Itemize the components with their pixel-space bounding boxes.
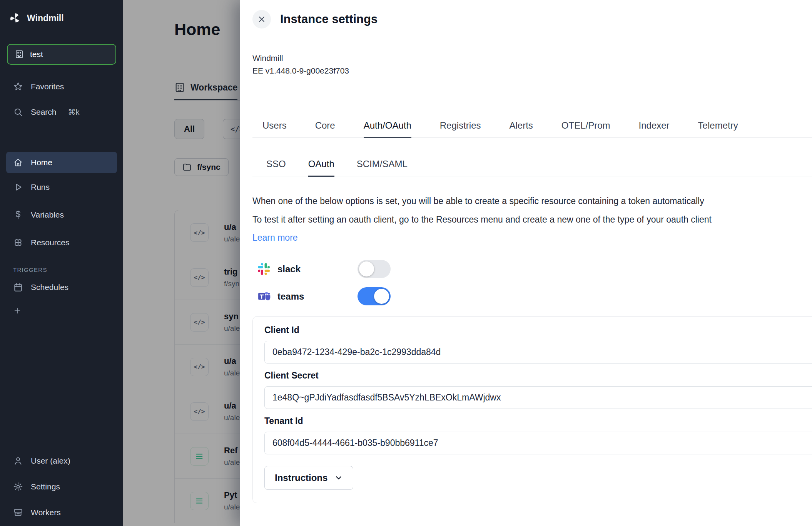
star-icon xyxy=(13,82,23,92)
sidebar-quick-group: Favorites Search ⌘k xyxy=(0,74,123,125)
add-trigger-button[interactable] xyxy=(0,300,123,322)
tab-indexer[interactable]: Indexer xyxy=(639,120,670,138)
windmill-logo-icon xyxy=(9,12,21,24)
tab-core[interactable]: Core xyxy=(315,120,335,138)
sidebar-item-label: Schedules xyxy=(31,283,69,292)
sidebar-item-resources[interactable]: Resources xyxy=(0,229,123,256)
subtab-oauth[interactable]: OAuth xyxy=(308,159,334,177)
sidebar-item-label: Settings xyxy=(31,482,60,491)
triggers-section-heading: TRIGGERS xyxy=(13,266,123,273)
sidebar-item-favorites[interactable]: Favorites xyxy=(0,74,123,99)
auth-subtabbar: SSO OAuth SCIM/SAML xyxy=(252,159,812,176)
version-string: EE v1.448.0-9-g00e23f703 xyxy=(252,64,812,77)
sidebar-item-label: Favorites xyxy=(31,82,64,91)
plus-icon xyxy=(13,307,22,315)
slack-icon xyxy=(257,263,271,276)
sidebar-item-label: Home xyxy=(31,158,52,167)
sidebar-nav-group: Home Runs Variables Resources xyxy=(0,152,123,256)
search-shortcut: ⌘k xyxy=(68,107,80,117)
tab-alerts[interactable]: Alerts xyxy=(509,120,533,138)
subtab-sso[interactable]: SSO xyxy=(266,159,286,177)
teams-toggle[interactable] xyxy=(358,287,391,305)
play-icon xyxy=(13,182,23,192)
tab-registries[interactable]: Registries xyxy=(440,120,481,138)
settings-tabbar: Users Core Auth/OAuth Registries Alerts … xyxy=(252,120,812,138)
drawer-header: Instance settings xyxy=(252,10,812,28)
product-name: Windmill xyxy=(252,52,812,64)
oauth-providers: slack teams xyxy=(252,260,812,305)
subtab-scim-saml[interactable]: SCIM/SAML xyxy=(357,159,408,177)
client-id-label: Client Id xyxy=(264,325,812,335)
workers-icon xyxy=(13,508,23,518)
sidebar-item-variables[interactable]: Variables xyxy=(0,201,123,229)
app-window: Windmill test Favorites Search ⌘k xyxy=(0,0,812,526)
sidebar-item-label: User (alex) xyxy=(31,456,70,466)
drawer-title: Instance settings xyxy=(280,12,378,26)
sidebar-item-home[interactable]: Home xyxy=(6,152,117,173)
gear-icon xyxy=(13,482,23,492)
teams-icon xyxy=(257,290,271,303)
oauth-description: When one of the below options is set, yo… xyxy=(252,192,812,229)
toggle-knob xyxy=(374,289,389,304)
brand: Windmill xyxy=(0,0,123,33)
sidebar-item-search[interactable]: Search ⌘k xyxy=(0,99,123,125)
provider-row-slack: slack xyxy=(257,260,812,278)
instructions-label: Instructions xyxy=(275,472,327,483)
sidebar-item-label: Resources xyxy=(31,238,69,247)
tenant-id-input[interactable] xyxy=(264,432,812,454)
tab-otel-prom[interactable]: OTEL/Prom xyxy=(561,120,610,138)
home-icon xyxy=(13,157,23,168)
instance-settings-drawer: Instance settings Windmill EE v1.448.0-9… xyxy=(240,0,812,526)
provider-row-teams: teams xyxy=(257,287,812,305)
close-button[interactable] xyxy=(252,10,271,28)
tab-auth-oauth[interactable]: Auth/OAuth xyxy=(364,120,411,138)
provider-name: teams xyxy=(277,291,304,302)
description-line-2: To test it after setting an oauth client… xyxy=(252,210,812,229)
sidebar-bottom-group: User (alex) Settings Workers xyxy=(0,448,123,526)
tab-users[interactable]: Users xyxy=(262,120,287,138)
description-line-1: When one of the below options is set, yo… xyxy=(252,192,812,210)
sidebar-item-schedules[interactable]: Schedules xyxy=(0,275,123,300)
sidebar-item-label: Variables xyxy=(31,210,64,219)
teams-oauth-form: Client Id Client Secret Tenant Id Instru… xyxy=(252,316,812,503)
sidebar-item-label: Workers xyxy=(31,508,61,517)
sidebar: Windmill test Favorites Search ⌘k xyxy=(0,0,123,526)
tenant-id-label: Tenant Id xyxy=(264,416,812,426)
toggle-knob xyxy=(359,261,374,276)
sidebar-item-runs[interactable]: Runs xyxy=(0,173,123,201)
calendar-icon xyxy=(13,282,23,292)
workspace-switcher[interactable]: test xyxy=(7,44,116,65)
sidebar-item-user[interactable]: User (alex) xyxy=(0,448,123,474)
resources-icon xyxy=(13,238,23,248)
search-icon xyxy=(13,107,23,117)
chevron-down-icon xyxy=(334,474,343,482)
instructions-button[interactable]: Instructions xyxy=(264,466,353,490)
version-block: Windmill EE v1.448.0-9-g00e23f703 xyxy=(252,52,812,77)
sidebar-item-settings[interactable]: Settings xyxy=(0,474,123,499)
slack-toggle[interactable] xyxy=(358,260,391,278)
sidebar-item-label: Runs xyxy=(31,183,50,192)
user-icon xyxy=(13,456,23,466)
sidebar-item-workers[interactable]: Workers xyxy=(0,499,123,525)
client-secret-input[interactable] xyxy=(264,386,812,409)
sidebar-item-label: Search xyxy=(31,107,57,117)
close-icon xyxy=(258,15,266,23)
learn-more-link[interactable]: Learn more xyxy=(252,233,298,243)
building-icon xyxy=(15,50,24,59)
tab-telemetry[interactable]: Telemetry xyxy=(698,120,738,138)
client-secret-label: Client Secret xyxy=(264,370,812,381)
workspace-name: test xyxy=(30,50,43,59)
client-id-input[interactable] xyxy=(264,341,812,364)
provider-name: slack xyxy=(277,264,301,275)
brand-name: Windmill xyxy=(27,13,64,23)
dollar-icon xyxy=(13,210,23,220)
